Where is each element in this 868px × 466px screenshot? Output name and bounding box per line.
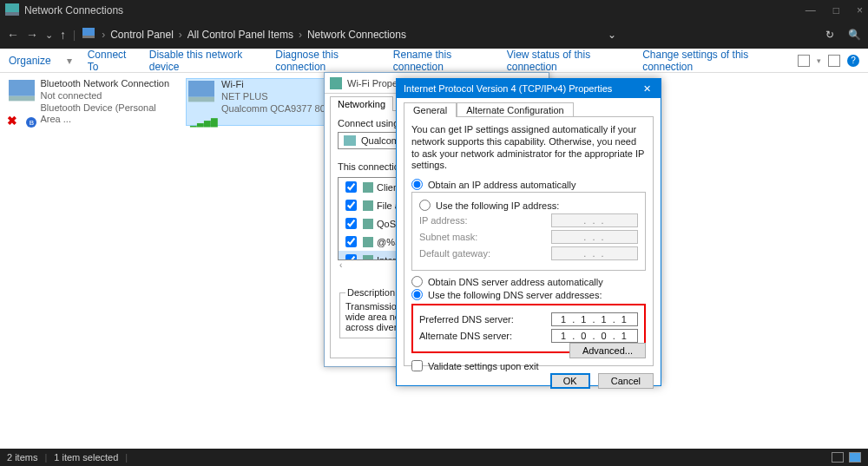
forward-arrow-icon[interactable]: → <box>26 28 38 42</box>
preferred-dns-label: Preferred DNS server: <box>419 314 544 325</box>
ip-address-label: IP address: <box>419 215 544 226</box>
validate-label: Validate settings upon exit <box>428 361 539 371</box>
protocol-checkbox[interactable] <box>345 181 357 193</box>
status-selected: 1 item selected <box>54 452 118 463</box>
crumb-0[interactable]: Control Panel <box>110 29 174 41</box>
radio-manual-ip-label: Use the following IP address: <box>436 200 559 211</box>
signal-bars-icon: ▁▃▅▇ <box>190 117 218 127</box>
protocol-icon <box>363 182 373 193</box>
breadcrumb-dropdown-icon[interactable]: ⌄ <box>608 29 616 41</box>
validate-checkbox[interactable] <box>411 360 423 371</box>
up-arrow-icon[interactable]: ↑ <box>60 28 66 42</box>
dialog-close-icon[interactable]: ✕ <box>640 83 654 95</box>
connect-to[interactable]: Connect To <box>88 49 134 73</box>
protocol-checkbox[interactable] <box>345 254 357 260</box>
tab-networking[interactable]: Networking <box>330 96 393 111</box>
tab-alternate[interactable]: Alternate Configuration <box>457 102 574 117</box>
nic-icon <box>344 135 356 146</box>
crumb-1[interactable]: All Control Panel Items <box>187 29 293 41</box>
ip-address-field: . . . <box>551 213 638 227</box>
window-title: Network Connections <box>24 4 123 16</box>
svg-rect-0 <box>5 3 19 12</box>
svg-rect-6 <box>188 81 214 97</box>
wifi-adapter-icon <box>188 81 214 107</box>
view-status[interactable]: View status of this connection <box>507 49 627 73</box>
svg-rect-5 <box>9 96 35 102</box>
nav-bar: ← → ⌄ ↑ | › Control Panel › All Control … <box>0 21 868 49</box>
search-icon[interactable]: 🔍 <box>848 29 861 41</box>
maximize-button[interactable]: □ <box>833 4 839 16</box>
svg-rect-4 <box>9 80 35 96</box>
rename-connection[interactable]: Rename this connection <box>393 49 491 73</box>
large-icons-view-icon[interactable] <box>849 452 861 463</box>
crumb-2[interactable]: Network Connections <box>307 29 406 41</box>
command-bar: Organize▾ Connect To Disable this networ… <box>0 49 868 73</box>
description-label: Description <box>345 287 397 298</box>
diagnose-connection[interactable]: Diagnose this connection <box>275 49 378 73</box>
ok-button[interactable]: OK <box>550 373 590 389</box>
radio-auto-dns-label: Obtain DNS server address automatically <box>428 277 603 287</box>
gateway-field: . . . <box>551 246 638 260</box>
svg-rect-2 <box>82 28 95 36</box>
svg-rect-12 <box>363 219 373 229</box>
svg-rect-1 <box>5 12 19 16</box>
svg-rect-11 <box>363 200 373 211</box>
help-icon[interactable]: ? <box>847 55 859 67</box>
pc-icon <box>82 28 95 43</box>
radio-manual-dns-label: Use the following DNS server addresses: <box>428 290 602 300</box>
ipv4-properties-dialog: Internet Protocol Version 4 (TCP/IPv4) P… <box>396 78 661 386</box>
adapter-device: Bluetooth Device (Personal Area ... <box>40 102 174 127</box>
network-icon <box>5 3 19 17</box>
ipv4-dialog-title: Internet Protocol Version 4 (TCP/IPv4) P… <box>404 83 612 94</box>
preferred-dns-field[interactable]: 1 . 1 . 1 . 1 <box>551 312 638 326</box>
disable-device[interactable]: Disable this network device <box>149 49 260 73</box>
breadcrumb[interactable]: › Control Panel › All Control Panel Item… <box>102 29 406 41</box>
radio-manual-ip[interactable] <box>419 200 431 211</box>
cancel-button[interactable]: Cancel <box>598 373 654 389</box>
advanced-button[interactable]: Advanced... <box>569 343 646 358</box>
bluetooth-adapter-icon <box>9 80 35 106</box>
protocol-icon <box>363 200 373 211</box>
error-x-icon: ✖ <box>7 114 17 128</box>
protocol-icon <box>363 219 373 229</box>
svg-rect-13 <box>363 237 373 247</box>
bluetooth-icon: B <box>26 117 36 128</box>
alternate-dns-label: Alternate DNS server: <box>419 331 544 341</box>
recent-chevron-icon[interactable]: ⌄ <box>45 30 53 41</box>
status-item-count: 2 items <box>7 452 37 463</box>
wifi-dialog-icon <box>330 77 342 89</box>
view-options-icon[interactable] <box>798 55 810 67</box>
tab-general[interactable]: General <box>404 102 457 117</box>
back-arrow-icon[interactable]: ← <box>7 28 19 42</box>
intro-text: You can get IP settings assigned automat… <box>411 124 646 172</box>
svg-rect-10 <box>363 182 373 193</box>
adapter-bluetooth[interactable]: ✖ B Bluetooth Network Connection Not con… <box>9 78 174 126</box>
radio-auto-dns[interactable] <box>411 276 423 287</box>
radio-manual-dns[interactable] <box>411 289 423 300</box>
subnet-field: . . . <box>551 230 638 244</box>
alternate-dns-field[interactable]: 1 . 0 . 0 . 1 <box>551 329 638 343</box>
svg-rect-3 <box>82 36 95 38</box>
close-button[interactable]: × <box>857 4 863 16</box>
organize-menu[interactable]: Organize <box>9 55 51 67</box>
titlebar: Network Connections — □ × <box>0 0 868 21</box>
protocol-checkbox[interactable] <box>345 236 357 247</box>
preview-pane-icon[interactable] <box>828 55 840 67</box>
adapter-name: Bluetooth Network Connection <box>40 78 174 90</box>
radio-auto-ip[interactable] <box>411 179 423 190</box>
radio-auto-ip-label: Obtain an IP address automatically <box>428 180 575 190</box>
change-settings[interactable]: Change settings of this connection <box>642 49 782 73</box>
minimize-button[interactable]: — <box>806 4 816 16</box>
svg-rect-8 <box>330 77 342 89</box>
gateway-label: Default gateway: <box>419 248 544 259</box>
svg-rect-7 <box>188 97 214 102</box>
protocol-checkbox[interactable] <box>345 200 357 211</box>
subnet-label: Subnet mask: <box>419 232 544 242</box>
protocol-icon <box>363 237 373 247</box>
svg-rect-9 <box>344 135 356 146</box>
adapter-status: Not connected <box>40 90 174 102</box>
protocol-checkbox[interactable] <box>345 218 357 229</box>
status-bar: 2 items | 1 item selected | <box>0 449 868 466</box>
refresh-icon[interactable]: ↻ <box>825 29 834 41</box>
details-view-icon[interactable] <box>832 452 844 463</box>
